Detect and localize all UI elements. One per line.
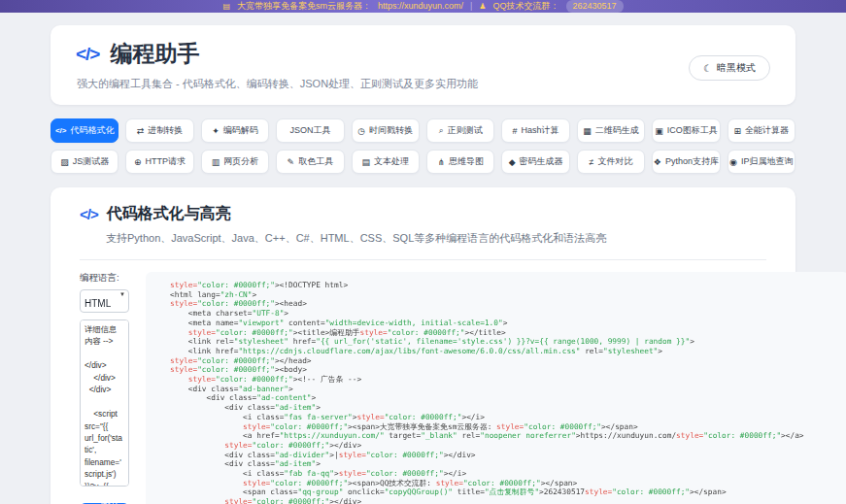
tab-password-gen[interactable]: ◆密码生成器	[501, 150, 569, 174]
page-subtitle: 强大的编程工具集合 - 代码格式化、编码转换、JSON处理、正则测试及更多实用功…	[77, 77, 478, 91]
code-line: <div class="ad-item">	[170, 459, 839, 469]
tab-code-format[interactable]: </>代码格式化	[51, 118, 118, 143]
format-code-label: 格式化代码	[97, 496, 123, 504]
code-icon: </>	[55, 126, 67, 135]
code-line: <html lang="zh-CN">	[170, 290, 839, 300]
language-select[interactable]: HTML ▼	[80, 289, 129, 313]
tab-label: 二维码生成	[595, 124, 639, 137]
code-line: <i class="fab fa-qq">style="color: #0000…	[170, 469, 839, 479]
brand-row: </> 编程助手	[76, 39, 478, 69]
top-ad-banner: ▤ 大宽带独享免备案免sm云服务器： https://xunduyun.com/…	[0, 0, 846, 13]
tab-label: 思维导图	[449, 155, 484, 168]
chevron-down-icon: ▼	[119, 291, 125, 297]
image-icon: ▣	[655, 126, 663, 136]
tab-label: 文件对比	[597, 155, 632, 168]
ad-link[interactable]: https://xunduyun.com/	[378, 0, 463, 13]
code-section-icon: </>	[80, 206, 98, 222]
code-line: <meta name="viewport" content="width=dev…	[170, 319, 839, 328]
tab-label: 网页分析	[223, 155, 258, 168]
section-title: 代码格式化与高亮	[107, 204, 231, 224]
tab-label: Hash计算	[522, 124, 559, 137]
tab-text-process[interactable]: ▤文本处理	[352, 150, 420, 174]
code-input[interactable]: 详细信息内容 --> </div> </div> </div> <script …	[80, 319, 129, 487]
editor-sidebar: 编程语言: HTML ▼ 详细信息内容 --> </div> </div> </…	[80, 272, 129, 504]
tab-hash-calc[interactable]: #Hash计算	[501, 118, 569, 143]
qq-group-number[interactable]: 262430517	[566, 0, 624, 13]
section-divider	[80, 259, 766, 260]
tab-label: Python支持库	[665, 155, 719, 168]
code-line: <a href="https://xunduyun.com/" target="…	[170, 431, 839, 441]
code-line: style="color: #0000ff;"></head>	[170, 356, 839, 366]
code-format-card: </> 代码格式化与高亮 支持Python、JavaScript、Java、C+…	[51, 187, 795, 504]
mindmap-icon: ⋔	[437, 157, 445, 167]
section-subtitle: 支持Python、JavaScript、Java、C++、C#、HTML、CSS…	[106, 231, 766, 246]
server-icon: ▤	[222, 0, 230, 13]
tab-base-convert[interactable]: ⇄进制转换	[125, 118, 193, 143]
tab-ip-lookup[interactable]: ◉IP归属地查询	[728, 150, 795, 174]
banner-divider: |	[470, 0, 472, 13]
section-header: </> 代码格式化与高亮	[80, 204, 766, 224]
globe-icon: ⊕	[134, 157, 142, 167]
code-line: style="color: #0000ff;"><span>QQ技术交流群: s…	[170, 479, 839, 488]
tab-http-request[interactable]: ⊕HTTP请求	[125, 150, 193, 174]
calculator-icon: ⊞	[734, 126, 742, 136]
code-output: style="color: #0000ff;"><!DOCTYPE html><…	[146, 272, 846, 504]
page-title: 编程助手	[110, 39, 199, 69]
tab-label: 全能计算器	[745, 124, 789, 137]
tab-json-tools[interactable]: JSON工具	[276, 118, 344, 143]
code-line: <link href="https://cdnjs.cloudflare.com…	[170, 347, 839, 356]
code-line: <div class="ad-divider">|style="color: #…	[170, 451, 839, 460]
js-icon: ▨	[60, 157, 69, 167]
dark-mode-button[interactable]: ☾ 暗黑模式	[689, 55, 770, 81]
tab-python-lib[interactable]: ❖Python支持库	[652, 150, 720, 174]
code-line: <div class="ad-banner">	[170, 385, 839, 394]
tab-js-tester[interactable]: ▨JS测试器	[51, 150, 118, 174]
tab-label: IP归属地查询	[741, 155, 794, 168]
header-card: </> 编程助手 强大的编程工具集合 - 代码格式化、编码转换、JSON处理、正…	[51, 25, 795, 105]
compare-icon: ≠	[590, 157, 594, 167]
tab-label: 时间戳转换	[369, 124, 413, 137]
code-line: <meta charset="UTF-8">	[170, 309, 839, 319]
tab-file-compare[interactable]: ≠文件对比	[577, 150, 645, 174]
barcode-icon: ▥	[212, 157, 220, 167]
code-line: style="color: #0000ff;"><body>	[170, 365, 839, 375]
language-label: 编程语言:	[80, 272, 129, 285]
tab-color-picker[interactable]: ✎取色工具	[276, 150, 344, 174]
code-line: style="color: #0000ff;"><!-- 广告条 -->	[170, 375, 839, 385]
tab-label: JSON工具	[289, 124, 330, 137]
tab-label: 进制转换	[148, 124, 183, 137]
document-icon: ▤	[362, 157, 371, 167]
tab-mindmap[interactable]: ⋔思维导图	[426, 150, 494, 174]
code-line: style="color: #0000ff;"><head>	[170, 299, 839, 309]
tab-timestamp[interactable]: ◷时间戳转换	[352, 118, 420, 143]
language-select-value: HTML	[85, 298, 111, 309]
qq-icon: ♟	[479, 0, 486, 13]
tab-regex-test[interactable]: ⌕正则测试	[426, 118, 494, 143]
tab-qrcode[interactable]: ▦二维码生成	[577, 118, 645, 143]
swap-icon: ⇄	[137, 126, 145, 136]
code-line: <link rel="stylesheet" href="{{ url_for(…	[170, 337, 839, 347]
hash-icon: #	[513, 126, 518, 136]
tab-label: 正则测试	[448, 124, 483, 137]
editor-row: 编程语言: HTML ▼ 详细信息内容 --> </div> </div> </…	[80, 272, 766, 504]
dark-mode-label: 暗黑模式	[717, 61, 756, 75]
tab-label: 编码解码	[223, 124, 258, 137]
python-icon: ❖	[654, 157, 661, 167]
shield-icon: ◆	[509, 157, 516, 167]
tab-label: HTTP请求	[146, 155, 186, 168]
tool-tabs: </>代码格式化⇄进制转换✦编码解码JSON工具◷时间戳转换⌕正则测试#Hash…	[51, 118, 795, 174]
page-container: </> 编程助手 强大的编程工具集合 - 代码格式化、编码转换、JSON处理、正…	[0, 13, 846, 504]
code-line: style="color: #0000ff;"><span>大宽带独享免备案免s…	[170, 422, 839, 432]
code-line: style="color: #0000ff;"><title>编程助手style…	[170, 328, 839, 338]
code-line: style="color: #0000ff;"></div>	[170, 441, 839, 451]
clock-icon: ◷	[357, 126, 365, 136]
tab-label: 密码生成器	[520, 155, 563, 168]
code-line: style="color: #0000ff;"><!DOCTYPE html>	[170, 281, 839, 290]
tab-ico-tools[interactable]: ▣ICO图标工具	[652, 118, 720, 143]
tab-web-analyze[interactable]: ▥网页分析	[201, 150, 269, 174]
tab-label: 代码格式化	[70, 124, 114, 137]
search-icon: ⌕	[439, 125, 444, 136]
tab-calculator[interactable]: ⊞全能计算器	[728, 118, 795, 143]
tab-encode-decode[interactable]: ✦编码解码	[201, 118, 269, 143]
code-line: <div class="ad-content">	[170, 393, 839, 403]
